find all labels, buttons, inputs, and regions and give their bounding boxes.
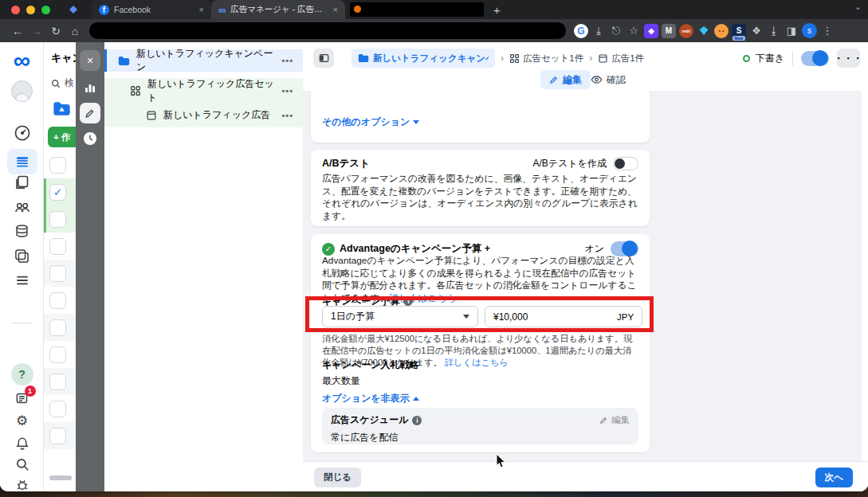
more-menu-button[interactable]: ・・・ bbox=[837, 49, 860, 68]
extension-purple-icon[interactable]: ◆ bbox=[644, 24, 658, 38]
row-checkbox[interactable] bbox=[49, 292, 66, 309]
tab-close-icon[interactable]: × bbox=[333, 5, 338, 14]
collapse-panel-icon[interactable] bbox=[313, 49, 334, 68]
extension-gem-icon[interactable] bbox=[697, 24, 711, 38]
row-checkbox[interactable] bbox=[49, 428, 66, 444]
tab-label: 広告マネージャ - 広告を管理 - キ bbox=[230, 4, 328, 15]
learn-more-link[interactable]: 詳しくはこちら bbox=[445, 358, 509, 367]
extension-fox-icon[interactable]: • • bbox=[714, 24, 729, 38]
overview-icon[interactable] bbox=[0, 124, 44, 142]
ad-schedule-title: 広告スケジュール bbox=[331, 413, 408, 427]
next-button[interactable]: 次へ bbox=[815, 468, 853, 487]
charts-icon[interactable] bbox=[80, 77, 100, 98]
table-row bbox=[44, 287, 76, 314]
pages-icon[interactable] bbox=[0, 174, 44, 190]
ad-schedule-edit-button[interactable]: 編集 bbox=[599, 414, 630, 426]
bookmark-star-icon[interactable]: ☆ bbox=[626, 24, 641, 38]
google-search-icon[interactable]: G bbox=[574, 24, 588, 38]
tree-item-campaign[interactable]: 新しいトラフィックキャンペーン ••• bbox=[104, 49, 303, 72]
extension-s-icon[interactable]: SNew bbox=[732, 24, 746, 38]
row-checkbox[interactable] bbox=[49, 184, 66, 201]
tab-ads-manager[interactable]: ∞ 広告マネージャ - 広告を管理 - キ × bbox=[211, 0, 345, 19]
tab-facebook[interactable]: f Facebook × bbox=[92, 0, 211, 19]
row-checkbox[interactable] bbox=[49, 401, 66, 417]
ab-test-toggle[interactable] bbox=[613, 157, 638, 170]
close-button[interactable]: 閉じる bbox=[314, 468, 361, 487]
breadcrumb-campaign[interactable]: 新しいトラフィックキャンペーン bbox=[352, 49, 495, 68]
ad-schedule-value: 常に広告を配信 bbox=[331, 431, 630, 444]
profile-avatar[interactable]: s bbox=[802, 23, 817, 38]
advantage-toggle-state: オン bbox=[584, 242, 604, 256]
account-avatar[interactable] bbox=[0, 80, 44, 102]
new-tab-button[interactable]: + bbox=[493, 3, 501, 17]
budget-amount-input[interactable] bbox=[493, 311, 617, 323]
audiences-icon[interactable] bbox=[0, 198, 44, 216]
row-checkbox[interactable] bbox=[49, 238, 66, 255]
more-options-link[interactable]: その他のオプション bbox=[322, 115, 419, 129]
edit-panel-toolbar: × bbox=[76, 42, 104, 491]
settings-gear-icon[interactable]: ⚙ bbox=[0, 414, 44, 428]
review-tab[interactable]: 確認 bbox=[591, 70, 626, 89]
item-menu-icon[interactable]: ••• bbox=[281, 86, 293, 96]
split-view-icon[interactable]: ◨ bbox=[784, 24, 799, 38]
row-checkbox[interactable] bbox=[49, 346, 66, 363]
search-icon[interactable] bbox=[0, 456, 44, 472]
traffic-light-zoom[interactable] bbox=[41, 6, 50, 14]
meta-logo[interactable]: ∞ bbox=[0, 49, 44, 72]
horizontal-scrollbar[interactable] bbox=[49, 475, 72, 480]
budget-type-select[interactable]: 1日の予算 bbox=[322, 306, 478, 327]
forward-button[interactable]: → bbox=[27, 25, 46, 37]
browser-menu-icon[interactable]: ⋮ bbox=[820, 24, 835, 38]
breadcrumb-ad[interactable]: 広告1件 bbox=[598, 53, 644, 65]
share-icon[interactable]: ⎋ bbox=[609, 24, 623, 38]
bug-report-icon[interactable] bbox=[0, 477, 44, 491]
extension-redir-icon[interactable]: redir bbox=[679, 24, 693, 38]
draft-status-label: 下書き bbox=[756, 52, 784, 65]
reload-button[interactable]: ↻ bbox=[46, 25, 65, 37]
row-checkbox[interactable] bbox=[49, 265, 66, 282]
table-row bbox=[44, 314, 76, 341]
toolbar-actions: G ⤓ ⎋ ☆ ◆ M redir • • SNew ❖ ⭳ ◨ s ⋮ bbox=[574, 23, 835, 38]
install-icon[interactable]: ⤓ bbox=[591, 24, 606, 38]
create-button-clipped[interactable]: + 作 bbox=[48, 127, 76, 147]
row-checkbox[interactable] bbox=[49, 157, 66, 174]
tree-item-label: 新しいトラフィック広告セット bbox=[147, 77, 281, 104]
traffic-light-minimize[interactable] bbox=[26, 6, 35, 14]
edit-pencil-icon[interactable] bbox=[80, 103, 100, 123]
address-bar-redacted[interactable] bbox=[89, 22, 566, 39]
all-tools-icon[interactable] bbox=[0, 272, 44, 288]
tab-close-icon[interactable]: × bbox=[199, 5, 204, 14]
back-button[interactable]: ← bbox=[8, 25, 27, 37]
downloads-icon[interactable]: ⭳ bbox=[767, 24, 781, 38]
billing-icon[interactable] bbox=[0, 223, 44, 240]
campaigns-table-icon[interactable] bbox=[0, 149, 44, 174]
breadcrumb-adset[interactable]: 広告セット1件 bbox=[509, 53, 583, 65]
publish-toggle[interactable] bbox=[801, 51, 829, 66]
traffic-light-close[interactable] bbox=[11, 6, 20, 14]
help-icon[interactable]: ? bbox=[0, 363, 44, 385]
extensions-puzzle-icon[interactable]: ❖ bbox=[749, 24, 764, 38]
folder-filter-icon[interactable] bbox=[53, 101, 71, 116]
notifications-news-icon[interactable]: 1 bbox=[0, 390, 44, 406]
folder-icon bbox=[358, 53, 369, 63]
home-button[interactable]: ⌂ bbox=[65, 25, 84, 37]
tab-redacted[interactable] bbox=[350, 2, 484, 17]
bell-icon[interactable] bbox=[0, 436, 44, 452]
tab-label: Facebook bbox=[114, 5, 194, 14]
item-menu-icon[interactable]: ••• bbox=[281, 56, 293, 65]
extension-m-icon[interactable]: M bbox=[662, 24, 676, 38]
row-checkbox[interactable] bbox=[49, 211, 66, 228]
media-library-icon[interactable] bbox=[0, 248, 44, 264]
row-checkbox[interactable] bbox=[49, 319, 66, 336]
close-panel-icon[interactable]: × bbox=[80, 50, 100, 71]
tree-item-ad[interactable]: 新しいトラフィック広告 ••• bbox=[104, 103, 303, 127]
table-row bbox=[44, 178, 76, 205]
hide-options-link[interactable]: オプションを非表示 bbox=[322, 392, 419, 405]
item-menu-icon[interactable]: ••• bbox=[281, 111, 293, 120]
edit-tab[interactable]: 編集 bbox=[540, 70, 591, 89]
tree-item-adset[interactable]: 新しいトラフィック広告セット ••• bbox=[104, 78, 303, 103]
row-checkbox[interactable] bbox=[49, 374, 66, 390]
history-clock-icon[interactable] bbox=[80, 128, 100, 149]
search-field-clipped[interactable]: 検 bbox=[50, 76, 74, 90]
menubar-pin-icon bbox=[69, 6, 77, 14]
